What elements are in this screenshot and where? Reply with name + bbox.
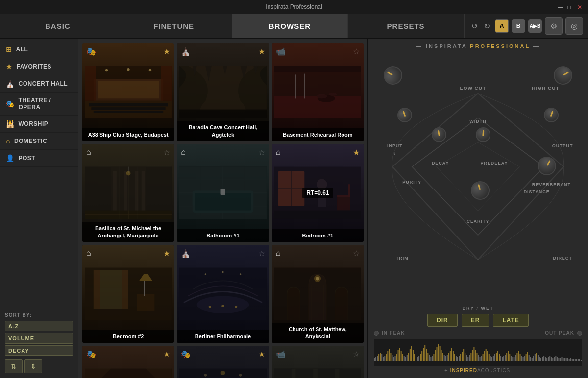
settings-btn[interactable]: ⚙ <box>545 17 563 35</box>
sidebar-item-worship[interactable]: 🕌 WORSHIP <box>0 116 78 133</box>
venue-card-bathroom[interactable]: ⌂ ☆ Bathroom #1 <box>177 144 269 242</box>
svg-rect-5 <box>91 107 165 110</box>
venue-icon-unknown3: 📹 <box>276 350 286 359</box>
venue-name-stmatthew: Church of St. Matthew, Anyksciai <box>272 323 364 343</box>
venue-card-unknown2[interactable]: 🎭 ★ <box>177 346 269 378</box>
bottom-controls: DRY / WET DIR ER LATE IN PEAK OUT PEAK <box>368 302 588 378</box>
venue-card-bedroom1[interactable]: ⌂ ★ RT=0.61 Bedroom #1 <box>272 144 364 242</box>
reverb-area: LOW CUT HIGH CUT INPUT ↓ OUTPUT WIDTH PU… <box>368 51 588 302</box>
minimize-btn[interactable]: — <box>558 4 564 10</box>
svg-rect-238 <box>560 358 561 361</box>
svg-rect-122 <box>387 351 388 361</box>
maximize-btn[interactable]: □ <box>567 4 573 10</box>
venue-card-stmatthew[interactable]: ⌂ ☆ Church of St. Matthew, Anyksciai <box>272 245 364 343</box>
sidebar-item-all[interactable]: ⊞ ALL <box>0 41 78 58</box>
svg-rect-181 <box>475 350 476 361</box>
svg-rect-195 <box>496 353 497 361</box>
venue-card-bedroom2[interactable]: ⌂ ★ Bedroom #2 <box>82 245 174 343</box>
tab-actions: ↺ ↻ A B A▶B ⚙ ◎ <box>464 14 588 38</box>
close-btn[interactable]: ✕ <box>577 4 583 10</box>
svg-rect-179 <box>472 350 473 361</box>
tab-browser[interactable]: BROWSER <box>232 14 348 38</box>
svg-rect-216 <box>527 352 528 361</box>
venue-star-bedroom1[interactable]: ★ <box>353 148 360 157</box>
sort-volume-btn[interactable]: VOLUME <box>5 333 73 344</box>
venue-card-berliner[interactable]: ⛪ ☆ Berliner Philharmonie <box>177 245 269 343</box>
sidebar-item-domestic[interactable]: ⌂ DOMESTIC <box>0 133 78 150</box>
venue-star-a38[interactable]: ★ <box>163 47 170 56</box>
sidebar-item-concert-hall[interactable]: ⛪ CONCERT HALL <box>0 75 78 93</box>
reverb-svg: LOW CUT HIGH CUT INPUT ↓ OUTPUT WIDTH PU… <box>368 51 588 302</box>
venue-name-bathroom: Bathroom #1 <box>177 229 269 242</box>
er-button[interactable]: ER <box>462 314 490 327</box>
sort-decay-btn[interactable]: DECAY <box>5 345 73 356</box>
dir-button[interactable]: DIR <box>427 314 458 327</box>
svg-rect-182 <box>476 353 477 361</box>
venue-star-bathroom[interactable]: ☆ <box>258 148 265 157</box>
grid-icon: ⊞ <box>6 46 12 53</box>
post-icon: 👤 <box>6 154 15 162</box>
svg-rect-235 <box>555 356 556 361</box>
svg-rect-147 <box>424 345 425 361</box>
redo-btn[interactable]: ↻ <box>482 20 492 33</box>
venue-star-unknown2[interactable]: ★ <box>258 350 265 359</box>
svg-rect-26 <box>141 171 145 215</box>
tab-presets[interactable]: PRESETS <box>348 14 464 38</box>
venue-star-unknown3[interactable]: ☆ <box>353 350 360 359</box>
svg-rect-162 <box>447 355 448 361</box>
svg-rect-138 <box>411 346 412 361</box>
sort-asc-btn[interactable]: ⇅ <box>5 359 23 373</box>
b-button[interactable]: B <box>512 19 525 33</box>
tab-basic[interactable]: BASIC <box>0 14 116 38</box>
svg-rect-210 <box>518 351 519 361</box>
venue-star-bedroom2[interactable]: ★ <box>163 249 170 258</box>
svg-rect-232 <box>551 357 552 361</box>
sort-az-btn[interactable]: A-Z <box>5 321 73 331</box>
svg-rect-151 <box>430 357 431 361</box>
late-button[interactable]: LATE <box>493 314 528 327</box>
sidebar-item-post[interactable]: 👤 POST <box>0 150 78 167</box>
monitor-btn[interactable]: ◎ <box>565 17 583 35</box>
window-controls[interactable]: — □ ✕ <box>558 4 583 10</box>
svg-rect-164 <box>450 351 451 361</box>
sidebar-item-favorites[interactable]: ★ FAVORITES <box>0 58 78 75</box>
venue-icon-unknown2: 🎭 <box>181 350 191 359</box>
venue-card-basilica[interactable]: ⌂ ☆ Basilica of St. Michael the Archange… <box>82 144 174 242</box>
svg-rect-202 <box>506 353 507 361</box>
rt-badge-bedroom1: RT=0.61 <box>302 188 333 198</box>
a-button[interactable]: A <box>495 19 509 33</box>
venue-star-basement[interactable]: ☆ <box>353 47 360 56</box>
venue-star-basilica[interactable]: ☆ <box>163 148 170 157</box>
sidebar-item-theatre-opera[interactable]: 🎭 THEATRE / OPERA <box>0 93 78 116</box>
venue-star-berliner[interactable]: ☆ <box>258 249 265 258</box>
svg-rect-215 <box>526 354 527 361</box>
svg-rect-196 <box>497 351 498 361</box>
svg-rect-230 <box>548 357 549 361</box>
svg-text:CLARITY: CLARITY <box>467 219 490 224</box>
venue-star-unknown1[interactable]: ★ <box>163 350 170 359</box>
ab-button[interactable]: A▶B <box>528 19 542 33</box>
dry-wet-label: DRY / WET <box>374 306 582 311</box>
svg-rect-131 <box>401 351 402 361</box>
svg-rect-206 <box>512 357 513 361</box>
venue-star-baradla[interactable]: ★ <box>258 47 265 56</box>
undo-btn[interactable]: ↺ <box>469 20 480 33</box>
waveform: // This won't run in SVG, using static b… <box>374 339 582 366</box>
svg-rect-246 <box>572 359 573 361</box>
venue-card-basement[interactable]: 📹 ☆ Basement Rehearsal Room <box>272 43 364 141</box>
svg-rect-199 <box>502 357 503 361</box>
svg-rect-154 <box>435 350 436 361</box>
tab-bar: BASIC FINETUNE BROWSER PRESETS ↺ ↻ A B A… <box>0 14 588 39</box>
venue-card-unknown3[interactable]: 📹 ☆ <box>272 346 364 378</box>
svg-rect-225 <box>540 358 541 361</box>
venue-card-a38[interactable]: 🎭 ★ A38 Ship Club Stage, Budapest <box>82 43 174 141</box>
svg-rect-24 <box>124 171 127 215</box>
title-bar: Inspirata Professional — □ ✕ <box>0 0 588 14</box>
svg-rect-201 <box>505 355 506 361</box>
venue-card-baradla[interactable]: ⛪ ★ Baradla Cave Concert Hall, Aggtelek <box>177 43 269 141</box>
sort-desc-btn[interactable]: ⇕ <box>24 359 42 373</box>
tab-finetune[interactable]: FINETUNE <box>116 14 232 38</box>
venue-card-unknown1[interactable]: 🎭 ★ <box>82 346 174 378</box>
venue-star-stmatthew[interactable]: ☆ <box>353 249 360 258</box>
svg-rect-4 <box>89 103 168 106</box>
